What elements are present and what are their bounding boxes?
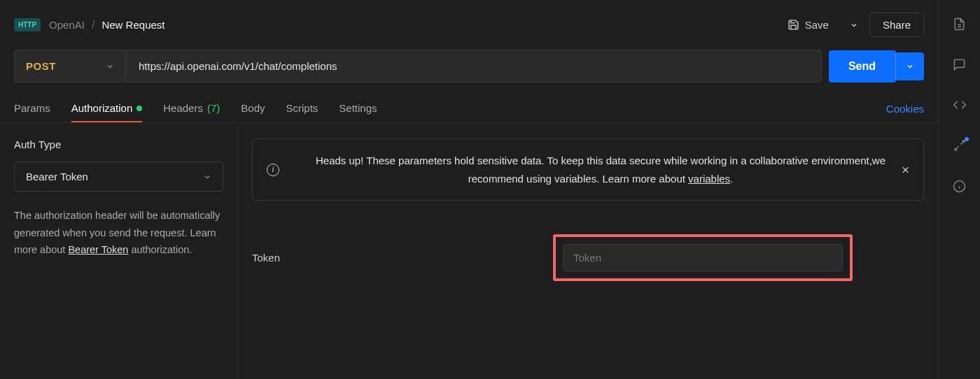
auth-detail-panel: i Heads up! These parameters hold sensit…: [238, 123, 938, 379]
token-input[interactable]: [563, 244, 843, 271]
http-method-value: POST: [26, 60, 56, 72]
comments-icon[interactable]: [953, 57, 967, 71]
cookies-link[interactable]: Cookies: [886, 96, 924, 122]
auth-type-select[interactable]: Bearer Token: [14, 162, 223, 192]
http-method-select[interactable]: POST: [14, 50, 126, 83]
share-button[interactable]: Share: [869, 13, 924, 37]
http-badge-icon: HTTP: [14, 18, 41, 31]
chevron-down-icon: [906, 62, 914, 71]
auth-type-value: Bearer Token: [26, 171, 88, 183]
close-icon: [900, 164, 911, 175]
svg-line-5: [955, 147, 958, 150]
save-dropdown-chevron[interactable]: [843, 15, 865, 35]
auth-help-text: The authorization header will be automat…: [14, 207, 223, 259]
sensitive-data-alert: i Heads up! These parameters hold sensit…: [252, 138, 924, 201]
url-bar: POST Send: [0, 50, 938, 95]
bearer-token-doc-link[interactable]: Bearer Token: [68, 244, 128, 255]
token-row: Token: [252, 234, 924, 281]
expand-icon[interactable]: [953, 138, 967, 152]
send-button[interactable]: Send: [829, 50, 895, 83]
auth-type-label: Auth Type: [14, 138, 223, 150]
chevron-down-icon: [106, 62, 114, 71]
token-input-highlight: [553, 234, 853, 281]
breadcrumb-separator: /: [92, 19, 94, 31]
save-button[interactable]: Save: [778, 13, 839, 36]
tabs: Params Authorization Headers (7) Body Sc…: [0, 95, 938, 123]
code-icon[interactable]: [953, 98, 967, 112]
tab-settings[interactable]: Settings: [339, 95, 377, 122]
tab-authorization[interactable]: Authorization: [71, 95, 143, 122]
svg-line-4: [960, 141, 964, 144]
info-icon: i: [267, 164, 279, 176]
auth-sidebar: Auth Type Bearer Token The authorization…: [0, 123, 238, 379]
breadcrumb-request-name[interactable]: New Request: [102, 19, 164, 31]
tab-headers[interactable]: Headers (7): [163, 95, 220, 122]
tab-modified-indicator-icon: [136, 106, 142, 111]
tab-params[interactable]: Params: [14, 95, 50, 122]
tab-scripts[interactable]: Scripts: [286, 95, 318, 122]
save-icon: [788, 19, 799, 31]
documentation-icon[interactable]: [953, 17, 967, 31]
chevron-down-icon: [850, 21, 858, 29]
alert-close-button[interactable]: [900, 164, 911, 175]
right-rail: [938, 0, 980, 379]
breadcrumb-collection[interactable]: OpenAI: [49, 19, 85, 31]
variables-doc-link[interactable]: variables: [688, 173, 730, 185]
send-dropdown-chevron[interactable]: [895, 52, 924, 80]
tab-body[interactable]: Body: [241, 95, 265, 122]
token-label: Token: [252, 252, 553, 264]
url-input[interactable]: [126, 50, 822, 83]
chevron-down-icon: [203, 173, 211, 181]
breadcrumb: OpenAI / New Request: [49, 19, 769, 31]
info-rail-icon[interactable]: [953, 179, 967, 193]
header: HTTP OpenAI / New Request Save Share: [0, 0, 938, 50]
notification-dot-icon: [965, 137, 969, 141]
